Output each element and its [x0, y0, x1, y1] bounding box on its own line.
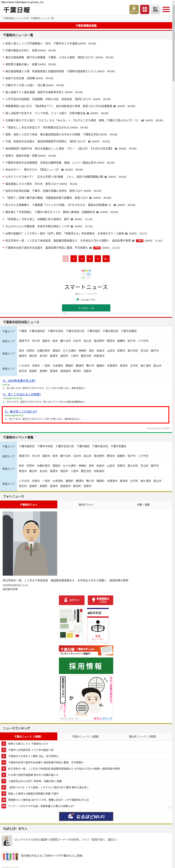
region-place-link[interactable]: 印西市 — [27, 348, 35, 353]
ranking-row[interactable]: PR アトピーっ子のママが企画｜管理栄養士も驚きの体験とは? i — [0, 803, 172, 809]
chibatopi-item-text[interactable]: ロッテＳＮＳでの井口監督への質問コーナーが大好評。ファン「回答が深く、面白い」 — [14, 835, 119, 842]
event-place-link[interactable]: 習志野市 — [94, 454, 105, 459]
smartnews-ad[interactable]: スマートニュース 無料ニュースアプリ Google Play インストール X … — [0, 266, 172, 316]
subscription-banner[interactable]: 千葉日報 ご購読お申し込み プレゼントキャンペーン実施中！ — [59, 645, 113, 655]
region-place-link[interactable]: 神崎町 — [78, 348, 86, 353]
event-place-link[interactable]: 君津市 — [120, 478, 128, 484]
region-place-link[interactable]: 千葉市花見川区 — [66, 329, 84, 334]
news-item-title[interactable]: 犯人から主導権奪え 千葉東署「ジャッカル作戦」 【だまされるな 電話de詐欺撲滅… — [5, 204, 112, 207]
news-item-title[interactable]: 凶事の前触れ？１２０年に一度の「淡竹」開花 「特産消える」所有者懸念 大多喜のタ… — [5, 232, 124, 235]
google-play-badge[interactable]: Google Play — [0, 298, 172, 302]
region-place-link[interactable]: 流山市 — [83, 338, 92, 343]
ranking-text[interactable]: 県立学校の一部、１２日まで休校延長 施設集団感染踏まえ 大半校は６日から再開へ … — [8, 767, 120, 770]
event-place-link[interactable]: 八千代市 — [138, 454, 148, 459]
region-place-link[interactable]: 市川市 — [32, 338, 40, 343]
yahoo-ad[interactable]: Q、2020年金運が急上昇? poiu.jp A、急上昇します。誕生日で分かりま… — [3, 378, 169, 390]
region-place-link[interactable]: 白井市 — [73, 338, 81, 343]
region-place-link[interactable]: 君津市 — [120, 363, 128, 368]
event-place-link[interactable]: 我孫子市 — [19, 454, 30, 459]
event-place-link[interactable]: 富津市 — [50, 484, 58, 489]
event-place-link[interactable]: 銚子市 — [151, 463, 159, 468]
news-item-title[interactable]: 酒気帯び運転の疑い 柏署 — [5, 63, 37, 66]
ad-info-icon[interactable]: i — [64, 312, 66, 314]
news-list-item[interactable]: 香取・海匝１２日まで休校 東庄集団感染受け大半は６日再開 千葉県立学校 FREE… — [0, 131, 172, 138]
news-list-item[interactable]: 交番のガラス割った疑い 流山署 FREE (04/03 05:00) — [0, 82, 172, 89]
paper-viewer-button[interactable]: 紙面 ビューアー — [87, 616, 109, 643]
region-place-link[interactable]: 富津市 — [50, 369, 58, 374]
region-place-link[interactable]: 匝瑳市 — [117, 348, 125, 353]
yahoo-ad[interactable]: Q、宝くじが当たる人の特徴? mangata-fortune.jp A、分かりま… — [3, 392, 169, 403]
news-item-title[interactable]: もぎたてイチゴ食べて！ 広大な空間“３密”無縁 ＪＡＬ、成田で体験型農園公開 — [5, 175, 103, 178]
news-list-item[interactable]: 酒気帯び運転の疑い 柏署 FREE (04/03 05:00) — [0, 61, 172, 68]
news-item-title[interactable]: 千葉県内週末外出自粛要請 百貨店は臨時休業 銭湯、レジャー施設は苦渋 — [5, 161, 96, 164]
news-list-item[interactable]: もぎたてイチゴ食べて！ 広大な空間“３密”無縁 ＪＡＬ、成田で体験型農園公開 F… — [0, 173, 172, 180]
region-place-link[interactable]: 勝浦市 — [76, 363, 84, 368]
login-button[interactable]: ログイン — [130, 5, 139, 14]
region-place-link[interactable]: 千葉市緑区 — [87, 329, 100, 334]
ranking-text[interactable]: 千葉県内全域で週末外出自粛を 森田知事が県民に要請、平日夜間も — [8, 761, 83, 764]
tab-chiba-1hour[interactable]: 千葉のニュース（1時間） — [0, 733, 57, 740]
event-place-link[interactable]: 千葉市若葉区 — [111, 444, 127, 449]
news-list-item[interactable]: 民家に侵入し２３万円強奪疑い 府中、千葉市の２少年逮捕 FREE (04/03 … — [0, 40, 172, 47]
region-place-link[interactable]: 習志野市 — [94, 338, 105, 343]
event-place-link[interactable]: 袖ケ浦市 — [140, 478, 151, 484]
region-place-link[interactable]: 旭市 — [19, 348, 24, 353]
event-place-link[interactable]: 市原市 — [32, 478, 40, 484]
ranking-row[interactable]: 1 保育士ら新たに５人 千葉県内コロナ i — [0, 741, 172, 747]
region-place-link[interactable]: 九十九里町 — [63, 348, 76, 353]
news-list-item[interactable]: 役所の市民滞在短縮 千葉市、危機を契機に効率化 新型コロナ FREE (04/0… — [0, 187, 172, 194]
region-place-link[interactable]: 千葉県 — [19, 329, 27, 334]
install-button[interactable]: インストール — [62, 304, 110, 311]
pagination-button[interactable]: 5 — [95, 255, 101, 262]
event-place-link[interactable]: 旭市 — [19, 463, 24, 468]
event-place-link[interactable]: 東庄町 — [29, 469, 37, 474]
region-place-link[interactable]: 大多喜町 — [53, 363, 63, 368]
region-place-link[interactable]: 八街市 — [70, 353, 78, 359]
region-place-link[interactable]: 館山市 — [153, 363, 162, 368]
scrollbar-thumb[interactable] — [173, 5, 175, 81]
region-place-link[interactable]: 大網白里市 — [37, 348, 50, 353]
promo-register-button[interactable]: 新規登録は こちら — [88, 595, 113, 605]
news-list-item[interactable]: 歩みのゼリー 根のちから 【商品ニュース】 FREE (04/03 05:00) — [0, 166, 172, 173]
event-place-link[interactable]: 南房総市 — [60, 484, 71, 489]
news-item-title[interactable]: 歩みのゼリー 根のちから 【商品ニュース】 — [5, 168, 60, 171]
news-list-item[interactable]: 長南で住宅全焼 茂原署 FREE (04/03 05:00) — [0, 75, 172, 82]
region-place-link[interactable]: 松戸市 — [128, 338, 136, 343]
region-place-link[interactable]: 富里市 — [50, 353, 58, 359]
event-place-link[interactable]: 千葉市美浜区 — [92, 444, 108, 449]
news-item-title[interactable]: 入学予定の生徒困惑 日程調整、学校も対応 休校延長 【新型コロナ】 — [5, 98, 92, 101]
news-item-title[interactable]: 長南で住宅全焼 茂原署 — [5, 77, 35, 80]
region-place-link[interactable]: 柏市 — [53, 338, 58, 343]
news-list-item[interactable]: 千葉県内全域で週末外出自粛を 森田知事が県民に要請、平日夜間も FREE (04… — [0, 244, 172, 251]
news-list-item[interactable]: 入学予定の生徒困惑 日程調整、学校も対応 休校延長 【新型コロナ】 FREE (… — [0, 96, 172, 102]
news-item-title[interactable]: 殺人容疑で６１歳女逮捕 我孫子の高齢男女死亡 — [5, 91, 64, 94]
event-place-link[interactable]: 鎌ケ谷市 — [60, 454, 71, 459]
region-place-link[interactable]: 栄町 — [89, 348, 94, 353]
ranking-text[interactable]: 感染した保育士の勤務先保育園を休園 千葉市 — [8, 792, 59, 795]
event-place-link[interactable]: 匝瑳市 — [117, 463, 125, 468]
news-list-item[interactable]: 貸し自転車で町巡りを パンフ作成、３コース紹介 市原市観光協 FREE (04/… — [0, 110, 172, 117]
pagination-button[interactable]: 2 — [70, 255, 77, 262]
ranking-row[interactable]: 10 再開発ビル３棟完成 足かけ３０年、整備に区切り ＪＲ千葉駅西口Ｂ工区 i — [0, 797, 172, 803]
tab-feature-series[interactable]: 特集・連載 — [115, 500, 172, 508]
region-place-link[interactable]: 芝山町 — [140, 348, 148, 353]
recruit-banner[interactable]: 採用情報 — [59, 657, 113, 674]
region-place-link[interactable]: 長柄町 — [39, 369, 47, 374]
event-place-link[interactable]: 睦沢町 — [73, 484, 81, 489]
news-list-item[interactable]: 福祉施設にマスク配布 市川市 新型コロナ FREE (04/03 05:00) — [0, 180, 172, 187]
pagination-button[interactable]: 1 — [63, 255, 69, 262]
event-place-link[interactable]: 鋸南町 — [97, 478, 105, 484]
news-list-item[interactable]: 県立学校の一部、１２日まで休校延長 施設集団感染踏まえ 大半校は６日から再開へ … — [0, 237, 172, 244]
ranking-text[interactable]: ひき逃げ茂原市議逮捕 身代わり依頼の疑いも — [8, 773, 59, 776]
region-place-link[interactable]: 多古町 — [39, 353, 47, 359]
region-place-link[interactable]: 茂原市 — [83, 369, 92, 374]
news-item-title[interactable]: 最先端ＩＴ学校現場に 千葉市×楽天モバイル 敷地に基地局、回線無料化 — [5, 211, 95, 214]
news-list-item[interactable]: 閑散繁華街に追い打ち 「救済策立てて」 被災地飲食店も悲鳴 新型コロナ外出自粛要… — [0, 102, 172, 110]
region-place-link[interactable]: 千葉市若葉区 — [121, 329, 137, 334]
news-list-item[interactable]: 東庄の感染情報 銚子市公表要望 千葉県、２日から発表 【新型コロナ】 FREE … — [0, 54, 172, 61]
alert-banner[interactable]: 千葉県教職員異動 — [0, 22, 172, 29]
event-place-link[interactable]: 多古町 — [39, 469, 47, 474]
photo-news-image[interactable] — [0, 508, 172, 576]
event-place-link[interactable]: 船橋市 — [117, 454, 125, 459]
ranking-text[interactable]: 保育士ら新たに５人 千葉県内コロナ — [8, 742, 48, 745]
